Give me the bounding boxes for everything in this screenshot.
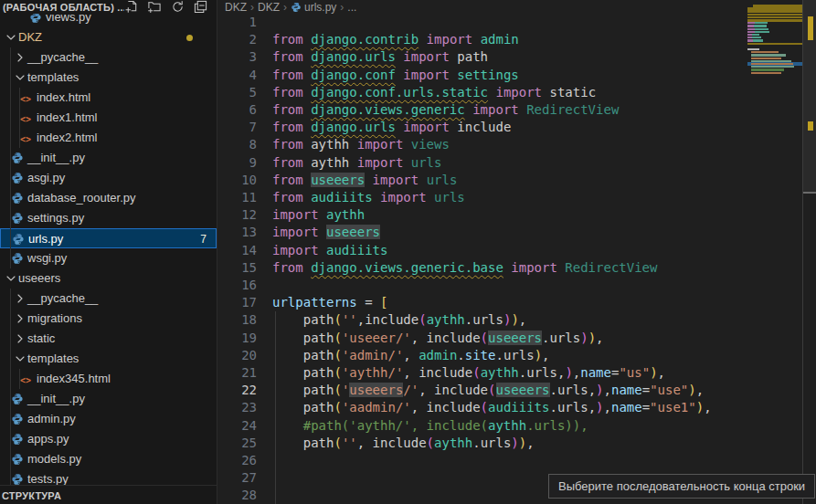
code-line-11[interactable]: 11from audiiits import urls bbox=[217, 189, 816, 207]
code-line-26[interactable]: 26 bbox=[217, 452, 816, 470]
vertical-scrollbar[interactable] bbox=[803, 0, 816, 504]
code-line-24[interactable]: 24 #path('aythh/', include(aythh.urls)), bbox=[217, 417, 816, 436]
line-number[interactable]: 21 bbox=[217, 364, 257, 382]
line-number[interactable]: 8 bbox=[217, 136, 257, 153]
chevron-right-icon[interactable] bbox=[13, 291, 27, 306]
code-line-23[interactable]: 23 path('aadmin/', include(audiiits.urls… bbox=[217, 399, 816, 417]
tree-item-index1-html[interactable]: <>index1.html bbox=[0, 108, 217, 128]
code-line-22[interactable]: 22 path('useeers/', include(useeers.urls… bbox=[217, 382, 816, 400]
new-file-icon[interactable] bbox=[124, 0, 139, 15]
line-number[interactable]: 28 bbox=[217, 487, 257, 504]
tree-item-dkz[interactable]: DKZ bbox=[0, 27, 217, 47]
line-number[interactable]: 15 bbox=[217, 259, 257, 277]
tree-item-wsgi-py[interactable]: wsgi.py bbox=[0, 248, 217, 268]
line-number[interactable]: 17 bbox=[217, 294, 257, 311]
code-line-7[interactable]: 7from django.urls import include bbox=[217, 119, 816, 137]
code-line-14[interactable]: 14import audiiits bbox=[217, 242, 816, 260]
refresh-icon[interactable] bbox=[170, 0, 185, 15]
tree-item-migrations[interactable]: migrations bbox=[0, 309, 217, 329]
line-number[interactable]: 5 bbox=[217, 84, 257, 101]
line-number[interactable]: 3 bbox=[217, 48, 257, 66]
line-number[interactable]: 22 bbox=[217, 382, 257, 399]
line-number[interactable]: 12 bbox=[217, 206, 257, 224]
outline-section-header[interactable]: СТРУКТУРА bbox=[0, 485, 217, 504]
tree-item-index2-html[interactable]: <>index2.html bbox=[0, 128, 217, 148]
line-number[interactable]: 2 bbox=[217, 31, 257, 48]
line-number[interactable]: 19 bbox=[217, 330, 257, 347]
editor-pane[interactable]: DKZ›DKZ›urls.py›... 12from django.contri… bbox=[217, 0, 816, 504]
line-number[interactable]: 25 bbox=[217, 435, 257, 452]
breadcrumb-item[interactable]: urls.py bbox=[291, 1, 336, 14]
tree-item-admin-py[interactable]: admin.py bbox=[0, 409, 217, 429]
line-number[interactable]: 18 bbox=[217, 311, 257, 329]
tree-item--pycache-[interactable]: __pycache__ bbox=[0, 289, 217, 309]
line-number[interactable]: 10 bbox=[217, 172, 257, 189]
chevron-right-icon[interactable] bbox=[13, 331, 27, 346]
line-number[interactable]: 9 bbox=[217, 154, 257, 172]
tree-item-templates[interactable]: templates bbox=[0, 68, 217, 88]
line-number[interactable]: 14 bbox=[217, 242, 257, 259]
minimap-line bbox=[747, 28, 768, 30]
chevron-right-icon[interactable] bbox=[13, 311, 27, 326]
chevron-down-icon[interactable] bbox=[4, 271, 18, 286]
tree-item-asgi-py[interactable]: asgi.py bbox=[0, 168, 217, 188]
tree-item-index345-html[interactable]: <>index345.html bbox=[0, 369, 217, 389]
collapse-all-icon[interactable] bbox=[193, 0, 207, 15]
breadcrumb-item[interactable]: DKZ bbox=[258, 1, 280, 14]
breadcrumb-item[interactable]: DKZ bbox=[225, 1, 247, 14]
tree-item-apps-py[interactable]: apps.py bbox=[0, 429, 217, 449]
line-number[interactable]: 7 bbox=[217, 119, 257, 136]
tree-item--init-py[interactable]: __init__.py bbox=[0, 389, 217, 409]
tree-item-useeers[interactable]: useeers bbox=[0, 268, 217, 289]
line-number[interactable]: 23 bbox=[217, 399, 257, 416]
code-line-17[interactable]: 17urlpatterns = [ bbox=[217, 294, 816, 312]
tree-item--init-py[interactable]: __init__.py bbox=[0, 148, 217, 168]
chevron-down-icon[interactable] bbox=[13, 352, 27, 366]
line-number[interactable]: 13 bbox=[217, 224, 257, 241]
code-line-20[interactable]: 20 path('admin/', admin.site.urls), bbox=[217, 347, 816, 365]
code-line-4[interactable]: 4from django.conf import settings bbox=[217, 67, 816, 85]
new-folder-icon[interactable] bbox=[147, 0, 162, 15]
minimap[interactable] bbox=[747, 2, 802, 93]
code-line-8[interactable]: 8from aythh import views bbox=[217, 136, 816, 154]
code-line-21[interactable]: 21 path('aythh/', include(aythh.urls,),n… bbox=[217, 364, 816, 383]
code-line-16[interactable]: 16 bbox=[217, 277, 816, 295]
code-line-6[interactable]: 6from django.views.generic import Redire… bbox=[217, 101, 816, 120]
tree-item--pycache-[interactable]: __pycache__ bbox=[0, 47, 217, 68]
line-number[interactable]: 6 bbox=[217, 101, 257, 119]
code-line-1[interactable]: 1 bbox=[217, 14, 816, 32]
python-icon bbox=[11, 212, 24, 225]
code-line-13[interactable]: 13import useeers bbox=[217, 224, 816, 242]
tree-item-urls-py[interactable]: urls.py7 bbox=[0, 228, 217, 248]
tree-item-index-html[interactable]: <>index.html bbox=[0, 88, 217, 108]
code-line-19[interactable]: 19 path('useeer/', include(useeers.urls)… bbox=[217, 330, 816, 348]
tree-item-models-py[interactable]: models.py bbox=[0, 449, 217, 469]
code-line-10[interactable]: 10from useeers import urls bbox=[217, 172, 816, 190]
line-number[interactable]: 4 bbox=[217, 67, 257, 84]
line-number[interactable]: 16 bbox=[217, 277, 257, 294]
breadcrumb-item[interactable]: ... bbox=[347, 1, 356, 14]
code-line-25[interactable]: 25 path('', include(aythh.urls)), bbox=[217, 435, 816, 453]
code-line-3[interactable]: 3from django.urls import path bbox=[217, 48, 816, 67]
chevron-down-icon[interactable] bbox=[13, 70, 27, 85]
tree-item-static[interactable]: static bbox=[0, 329, 217, 349]
code-line-2[interactable]: 2from django.contrib import admin bbox=[217, 31, 816, 49]
tree-item-label: wsgi.py bbox=[27, 248, 67, 268]
line-number[interactable]: 26 bbox=[217, 452, 257, 469]
chevron-down-icon[interactable] bbox=[4, 30, 18, 45]
line-number[interactable]: 1 bbox=[217, 14, 257, 31]
line-number[interactable]: 24 bbox=[217, 417, 257, 435]
code-line-12[interactable]: 12import aythh bbox=[217, 206, 816, 225]
code-line-5[interactable]: 5from django.conf.urls.static import sta… bbox=[217, 84, 816, 102]
code-line-15[interactable]: 15from django.views.generic.base import … bbox=[217, 259, 816, 278]
code-line-18[interactable]: 18 path('',include(aythh.urls)), bbox=[217, 311, 816, 330]
chevron-right-icon[interactable] bbox=[13, 50, 27, 65]
line-number[interactable]: 20 bbox=[217, 347, 257, 364]
tree-item-database-roouter-py[interactable]: database_roouter.py bbox=[0, 188, 217, 208]
tree-item-templates[interactable]: templates bbox=[0, 349, 217, 369]
code-line-9[interactable]: 9from aythh import urls bbox=[217, 154, 816, 173]
line-number[interactable]: 11 bbox=[217, 189, 257, 206]
line-number[interactable]: 27 bbox=[217, 469, 257, 487]
tree-item-settings-py[interactable]: settings.py bbox=[0, 208, 217, 228]
minimap-line bbox=[747, 37, 761, 38]
